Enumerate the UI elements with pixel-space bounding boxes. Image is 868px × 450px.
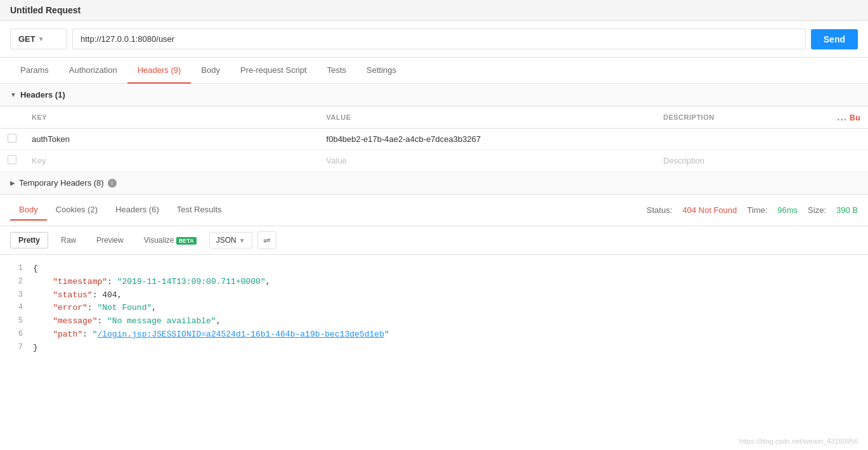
status-label: Status: <box>647 205 672 215</box>
size-value: 390 B <box>836 205 858 215</box>
json-value-message: "No message available" <box>107 316 216 326</box>
tab-params[interactable]: Params <box>10 58 59 84</box>
size-label: Size: <box>808 205 826 215</box>
time-label: Time: <box>747 205 767 215</box>
tab-headers[interactable]: Headers (9) <box>127 58 191 84</box>
wrap-button[interactable]: ⇌ <box>257 231 276 249</box>
headers-expand-icon: ▼ <box>10 91 16 98</box>
response-tab-body[interactable]: Body <box>10 200 47 221</box>
status-value: 404 Not Found <box>682 205 737 215</box>
method-select[interactable]: GET ▼ <box>10 29 67 49</box>
page-title: Untitled Request <box>0 0 868 21</box>
send-button[interactable]: Send <box>811 29 858 49</box>
json-value-error: "Not Found" <box>97 303 152 312</box>
request-row: GET ▼ Send <box>0 21 868 58</box>
visualize-button[interactable]: Visualize BETA <box>136 233 204 248</box>
more-actions-button[interactable]: ... <box>837 112 847 122</box>
json-value-path: "/login.jsp;JSESSIONID=a24524d1-16b1-464… <box>93 330 389 339</box>
line-num-6: 6 <box>10 328 23 342</box>
line-num-1: 1 <box>10 262 23 276</box>
json-chevron-icon: ▼ <box>239 237 245 244</box>
json-key-path: "path" <box>53 330 82 339</box>
temp-headers-expand-icon: ▶ <box>10 179 15 186</box>
temp-headers-title: Temporary Headers (8) <box>19 178 104 188</box>
tab-body[interactable]: Body <box>191 58 230 84</box>
col-description: DESCRIPTION <box>656 106 826 129</box>
tab-prerequest[interactable]: Pre-request Script <box>230 58 317 84</box>
tab-tests[interactable]: Tests <box>317 58 356 84</box>
code-line-1: 1 { <box>10 262 858 276</box>
row-checkbox-placeholder[interactable] <box>8 155 16 164</box>
json-key-timestamp: "timestamp" <box>53 277 107 286</box>
method-chevron-icon: ▼ <box>38 35 44 42</box>
line-num-7: 7 <box>10 342 23 355</box>
response-status-bar: Status: 404 Not Found Time: 96ms Size: 3… <box>647 205 858 215</box>
json-format-select[interactable]: JSON ▼ <box>209 232 252 248</box>
bulk-edit-button[interactable]: Bu <box>850 113 860 122</box>
header-key[interactable]: authToken <box>24 129 319 150</box>
table-row: authToken f0b4beb2-e17b-4ae2-a4cb-e7dcea… <box>0 129 868 150</box>
header-key-placeholder[interactable]: Key <box>24 150 319 172</box>
response-header: Body Cookies (2) Headers (6) Test Result… <box>0 195 868 226</box>
line-content-5: "message": "No message available", <box>33 315 221 328</box>
line-num-3: 3 <box>10 289 23 302</box>
tab-settings[interactable]: Settings <box>356 58 406 84</box>
response-tab-test-results[interactable]: Test Results <box>168 200 231 221</box>
header-description[interactable] <box>656 129 826 150</box>
col-key: KEY <box>24 106 319 129</box>
json-key-message: "message" <box>53 316 97 326</box>
header-value-placeholder[interactable]: Value <box>319 150 656 172</box>
header-desc-placeholder: Description <box>656 150 826 172</box>
line-content-6: "path": "/login.jsp;JSESSIONID=a24524d1-… <box>33 328 389 342</box>
format-bar: Pretty Raw Preview Visualize BETA JSON ▼… <box>0 226 868 255</box>
request-tabs: Params Authorization Headers (9) Body Pr… <box>0 58 868 84</box>
col-value: VALUE <box>319 106 656 129</box>
code-area: 1 { 2 "timestamp": "2019-11-14T13:09:00.… <box>0 255 868 363</box>
line-content-1: { <box>33 262 38 276</box>
temp-headers-section[interactable]: ▶ Temporary Headers (8) i <box>0 172 868 195</box>
headers-table: KEY VALUE DESCRIPTION ... Bu authToken f… <box>0 106 868 172</box>
response-tab-cookies[interactable]: Cookies (2) <box>47 200 107 221</box>
info-icon[interactable]: i <box>108 179 117 188</box>
pretty-button[interactable]: Pretty <box>10 232 48 248</box>
line-num-2: 2 <box>10 276 23 289</box>
url-input[interactable] <box>72 29 806 49</box>
preview-button[interactable]: Preview <box>89 233 131 248</box>
code-line-3: 3 "status": 404, <box>10 289 858 302</box>
headers-section-title: Headers (1) <box>20 90 65 100</box>
row-checkbox[interactable] <box>8 134 16 143</box>
code-line-2: 2 "timestamp": "2019-11-14T13:09:00.711+… <box>10 276 858 289</box>
code-line-7: 7 } <box>10 342 858 355</box>
code-line-6: 6 "path": "/login.jsp;JSESSIONID=a24524d… <box>10 328 858 342</box>
code-line-5: 5 "message": "No message available", <box>10 315 858 328</box>
tab-authorization[interactable]: Authorization <box>59 58 127 84</box>
raw-button[interactable]: Raw <box>53 233 84 248</box>
line-num-4: 4 <box>10 302 23 315</box>
table-row-placeholder: Key Value Description <box>0 150 868 172</box>
time-value: 96ms <box>777 205 798 215</box>
headers-section-header[interactable]: ▼ Headers (1) <box>0 84 868 106</box>
method-label: GET <box>18 34 36 44</box>
line-content-4: "error": "Not Found", <box>33 302 157 315</box>
beta-badge: BETA <box>176 237 197 245</box>
code-line-4: 4 "error": "Not Found", <box>10 302 858 315</box>
line-num-5: 5 <box>10 315 23 328</box>
json-value-status: 404 <box>102 290 117 300</box>
path-link[interactable]: /login.jsp;JSESSIONID=a24524d1-16b1-464b… <box>97 330 384 339</box>
line-content-3: "status": 404, <box>33 289 122 302</box>
line-content-7: } <box>33 342 38 355</box>
line-content-2: "timestamp": "2019-11-14T13:09:00.711+00… <box>33 276 271 289</box>
response-tab-headers[interactable]: Headers (6) <box>107 200 168 221</box>
json-key-error: "error" <box>53 303 87 312</box>
json-key-status: "status" <box>53 290 92 300</box>
header-value[interactable]: f0b4beb2-e17b-4ae2-a4cb-e7dcea3b3267 <box>319 129 656 150</box>
response-tabs: Body Cookies (2) Headers (6) Test Result… <box>10 200 231 221</box>
json-value-timestamp: "2019-11-14T13:09:00.711+0000" <box>117 277 266 286</box>
